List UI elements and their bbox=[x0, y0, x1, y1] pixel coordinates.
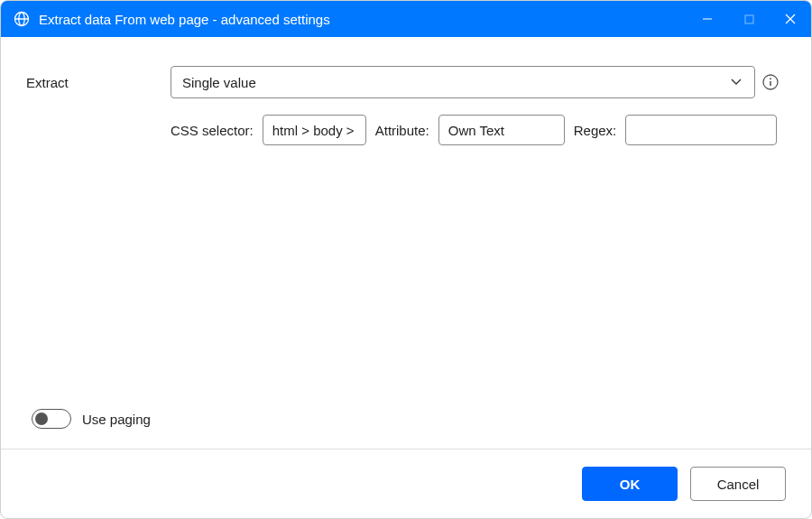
svg-rect-4 bbox=[745, 15, 753, 23]
close-button[interactable] bbox=[770, 1, 811, 37]
toggle-knob bbox=[35, 412, 48, 425]
maximize-button bbox=[728, 1, 770, 37]
globe-icon bbox=[14, 11, 30, 27]
css-selector-label: CSS selector: bbox=[171, 123, 254, 138]
regex-input[interactable] bbox=[625, 115, 777, 145]
minimize-button[interactable] bbox=[687, 1, 728, 37]
svg-point-8 bbox=[770, 78, 771, 79]
ok-button[interactable]: OK bbox=[582, 467, 678, 501]
extract-select[interactable]: Single value bbox=[171, 66, 755, 98]
extract-select-value: Single value bbox=[182, 75, 256, 90]
dialog-footer: OK Cancel bbox=[1, 449, 811, 518]
window-controls bbox=[687, 1, 811, 37]
info-icon[interactable] bbox=[755, 74, 786, 90]
css-selector-input[interactable] bbox=[263, 115, 366, 145]
attribute-label: Attribute: bbox=[375, 123, 429, 138]
titlebar: Extract data From web page - advanced se… bbox=[1, 1, 811, 37]
regex-label: Regex: bbox=[574, 123, 617, 138]
use-paging-toggle[interactable] bbox=[32, 409, 71, 429]
use-paging-label: Use paging bbox=[82, 412, 151, 427]
dialog-content: Extract Single value CSS selector: Attri… bbox=[1, 37, 811, 449]
extract-label: Extract bbox=[26, 75, 171, 90]
window-title: Extract data From web page - advanced se… bbox=[39, 12, 687, 27]
cancel-button[interactable]: Cancel bbox=[690, 467, 786, 501]
attribute-input[interactable] bbox=[438, 115, 565, 145]
selector-row: CSS selector: Attribute: Regex: bbox=[171, 115, 786, 145]
chevron-down-icon bbox=[729, 74, 743, 91]
use-paging-row: Use paging bbox=[32, 409, 151, 429]
